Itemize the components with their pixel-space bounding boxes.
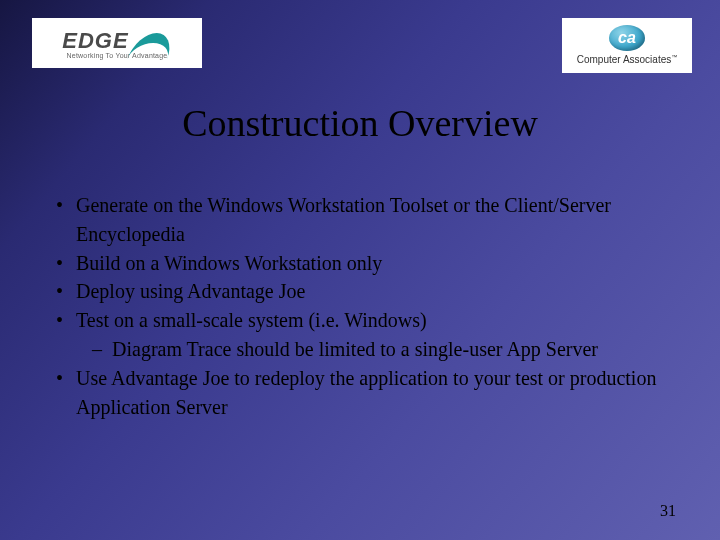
page-number: 31 bbox=[660, 502, 676, 520]
logo-bar: EDGE Networking To Your Advantage ca Com… bbox=[0, 0, 720, 73]
bullet-item: Test on a small-scale system (i.e. Windo… bbox=[50, 306, 672, 364]
edge-logo-text: EDGE bbox=[62, 28, 128, 54]
ca-mark: ca bbox=[618, 29, 636, 47]
slide-body: Generate on the Windows Workstation Tool… bbox=[50, 191, 672, 421]
ca-logo-label: Computer Associates™ bbox=[577, 54, 678, 65]
edge-logo: EDGE Networking To Your Advantage bbox=[32, 18, 202, 68]
bullet-item: Generate on the Windows Workstation Tool… bbox=[50, 191, 672, 249]
swoosh-icon bbox=[132, 29, 172, 53]
ca-oval-icon: ca bbox=[609, 25, 645, 51]
bullet-item: Use Advantage Joe to redeploy the applic… bbox=[50, 364, 672, 422]
slide-title: Construction Overview bbox=[0, 101, 720, 145]
sub-bullet-item: Diagram Trace should be limited to a sin… bbox=[88, 335, 672, 364]
ca-logo: ca Computer Associates™ bbox=[562, 18, 692, 73]
bullet-item: Build on a Windows Workstation only bbox=[50, 249, 672, 278]
bullet-item: Deploy using Advantage Joe bbox=[50, 277, 672, 306]
